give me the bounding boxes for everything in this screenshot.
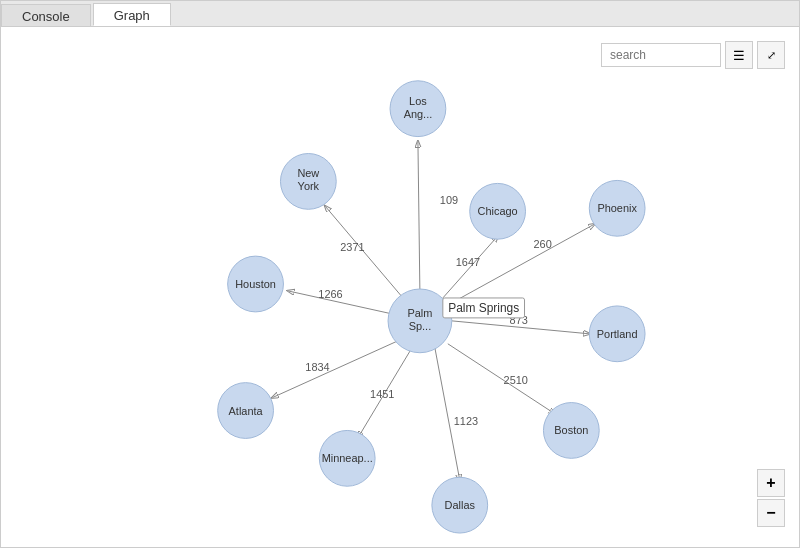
svg-text:Palm Springs: Palm Springs (448, 301, 519, 315)
svg-text:Palm: Palm (407, 307, 432, 319)
edge-label-los-angeles: 109 (440, 194, 458, 206)
edge-label-atlanta: 1834 (305, 361, 329, 373)
zoom-out-button[interactable]: − (757, 499, 785, 527)
zoom-controls: + − (757, 469, 785, 527)
svg-text:Phoenix: Phoenix (597, 202, 637, 214)
tab-bar: Console Graph (1, 1, 799, 27)
edge-label-chicago: 1647 (456, 256, 480, 268)
tab-console[interactable]: Console (1, 4, 91, 26)
main-window: Console Graph ☰ ⤢ 109 (0, 0, 800, 548)
svg-text:New: New (297, 167, 319, 179)
edge-label-phoenix: 260 (533, 238, 551, 250)
graph-area: ☰ ⤢ 109 2371 1647 260 (1, 27, 799, 547)
svg-text:Minneap...: Minneap... (322, 452, 373, 464)
zoom-in-button[interactable]: + (757, 469, 785, 497)
svg-text:Los: Los (409, 95, 427, 107)
edge-los-angeles (418, 142, 420, 294)
tab-graph[interactable]: Graph (93, 3, 171, 26)
svg-text:York: York (298, 180, 320, 192)
edge-label-boston: 2510 (504, 374, 528, 386)
svg-text:Boston: Boston (554, 424, 588, 436)
edge-label-new-york: 2371 (340, 241, 364, 253)
svg-text:Chicago: Chicago (478, 205, 518, 217)
svg-text:Ang...: Ang... (404, 108, 433, 120)
svg-text:Dallas: Dallas (445, 499, 476, 511)
svg-text:Portland: Portland (597, 328, 638, 340)
edge-label-houston: 1266 (318, 288, 342, 300)
edge-dallas (435, 348, 460, 480)
svg-text:Sp...: Sp... (409, 320, 432, 332)
edge-boston (448, 344, 555, 414)
graph-svg: 109 2371 1647 260 1266 873 2510 1123 (1, 27, 799, 547)
svg-text:Houston: Houston (235, 278, 276, 290)
edge-label-dallas: 1123 (454, 415, 478, 427)
edge-label-minneapolis: 1451 (370, 388, 394, 400)
svg-text:Atlanta: Atlanta (229, 405, 264, 417)
